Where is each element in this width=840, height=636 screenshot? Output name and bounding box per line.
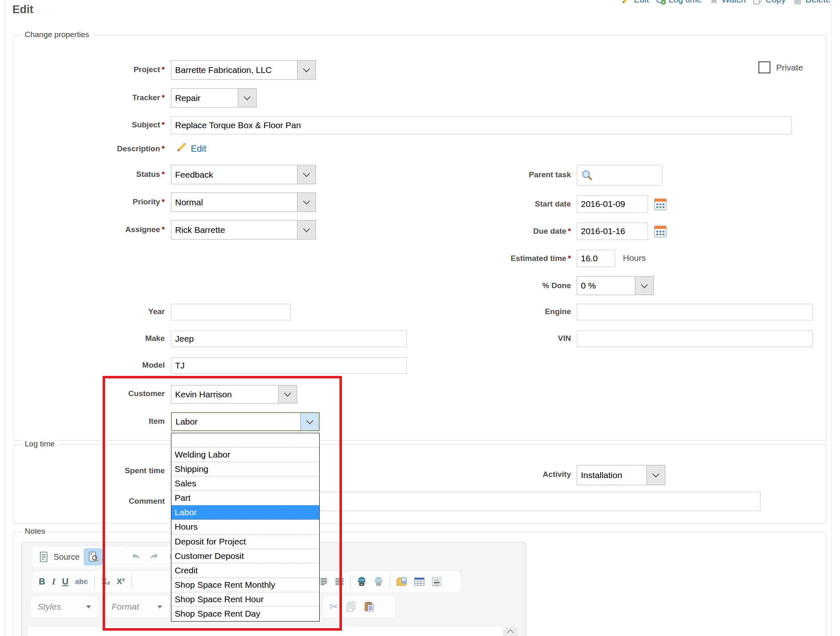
copy-action-link[interactable]: Copy [752, 0, 786, 5]
pencil-icon [175, 142, 187, 153]
caret-down-icon [86, 605, 91, 608]
subject-input[interactable]: Replace Torque Box & Floor Pan [171, 116, 792, 134]
description-edit-link[interactable]: Edit [191, 143, 206, 154]
dropdown-option[interactable]: Credit [171, 563, 319, 578]
due-date-input[interactable]: 2016-01-16 [577, 223, 648, 240]
chevron-down-icon[interactable] [297, 193, 316, 211]
chevron-down-icon[interactable] [297, 221, 316, 239]
status-label: Status* [25, 170, 165, 179]
link-icon[interactable] [356, 576, 367, 587]
notes-legend: Notes [21, 527, 49, 536]
dropdown-option[interactable]: Shop Space Rent Day [171, 607, 319, 621]
comment-label: Comment [25, 497, 165, 506]
year-label: Year [25, 307, 165, 316]
search-icon [581, 169, 593, 181]
dropdown-option[interactable]: Shop Space Rent Hour [171, 592, 319, 607]
dropdown-option[interactable]: Deposit for Project [171, 535, 319, 549]
edit-action-link[interactable]: Edit [621, 0, 649, 5]
redo-icon[interactable] [147, 551, 160, 563]
engine-label: Engine [431, 307, 571, 316]
watch-action-link[interactable]: Watch [709, 0, 746, 5]
activity-select[interactable]: Installation [577, 465, 665, 485]
unlink-icon[interactable] [373, 576, 384, 587]
horizontal-rule-icon[interactable] [431, 576, 442, 587]
start-date-input[interactable]: 2016-01-09 [577, 195, 648, 213]
project-select[interactable]: Barrette Fabrication, LLC [171, 60, 316, 80]
chevron-down-icon[interactable] [297, 61, 316, 79]
vin-input[interactable] [577, 331, 813, 347]
parent-task-input[interactable] [577, 165, 662, 185]
issue-edit-page: Edit Log time Watch Copy Delete Edit Cha… [0, 0, 840, 636]
format-dropdown[interactable]: Format [105, 596, 169, 617]
insert-table-icon[interactable] [413, 576, 426, 587]
log-time-action-link[interactable]: Log time [655, 0, 702, 5]
activity-label: Activity [431, 470, 571, 479]
content-left-border [4, 0, 5, 636]
toolbar-collapse-button[interactable] [503, 627, 518, 636]
chevron-down-icon[interactable] [646, 465, 665, 485]
engine-input[interactable] [577, 304, 813, 320]
tracker-label: Tracker* [25, 93, 165, 102]
dropdown-option[interactable]: Part [171, 491, 319, 505]
bold-button[interactable]: B [39, 576, 45, 587]
subject-label: Subject* [25, 120, 165, 129]
priority-select[interactable]: Normal [171, 192, 316, 212]
percent-done-select[interactable]: 0 % [577, 276, 654, 295]
dropdown-option-selected[interactable]: Labor [171, 505, 319, 520]
calendar-icon[interactable] [653, 224, 667, 238]
subscript-button[interactable]: X₂ [101, 577, 110, 586]
spent-time-label: Spent time [25, 466, 165, 475]
italic-button[interactable]: I [52, 576, 56, 587]
clock-plus-icon [655, 0, 666, 5]
copy-icon [752, 0, 763, 5]
trash-icon [792, 0, 803, 5]
make-input[interactable]: Jeep [171, 331, 407, 347]
dropdown-option[interactable]: Hours [171, 520, 319, 534]
chevron-down-icon[interactable] [635, 277, 653, 295]
chevron-down-icon[interactable] [297, 165, 316, 184]
delete-action-link[interactable]: Delete [792, 0, 831, 5]
private-checkbox[interactable] [758, 61, 770, 73]
description-label: Description* [25, 144, 165, 153]
dropdown-option[interactable]: Welding Labor [171, 448, 319, 462]
item-select[interactable]: Labor [171, 412, 320, 431]
editor-content-area[interactable] [28, 627, 518, 636]
dropdown-option[interactable]: Shipping [171, 462, 319, 476]
status-select[interactable]: Feedback [171, 165, 316, 184]
undo-icon[interactable] [130, 551, 143, 563]
dropdown-option[interactable]: Shop Space Rent Monthly [171, 578, 319, 592]
item-label: Item [25, 417, 165, 426]
year-input[interactable] [171, 304, 290, 320]
content-right-border [831, 0, 832, 636]
preview-icon [87, 551, 99, 563]
superscript-button[interactable]: X² [117, 577, 125, 586]
vin-label: VIN [431, 334, 571, 343]
assignee-select[interactable]: Rick Barrette [171, 220, 316, 239]
copy-documents-icon[interactable] [345, 601, 357, 613]
tracker-select[interactable]: Repair [171, 88, 257, 108]
insert-image-icon[interactable] [395, 576, 408, 587]
model-input[interactable]: TJ [171, 357, 407, 374]
customer-select[interactable]: Kevin Harrison [171, 385, 297, 404]
dropdown-option[interactable]: Sales [171, 476, 319, 491]
start-date-label: Start date [431, 199, 571, 209]
clipboard-group: ✂ [323, 596, 395, 617]
estimated-time-input[interactable]: 16.0 [577, 250, 615, 267]
cut-icon[interactable]: ✂ [329, 600, 339, 613]
div-container-icon[interactable] [334, 576, 345, 587]
chevron-down-icon[interactable] [300, 413, 319, 430]
calendar-icon[interactable] [653, 197, 667, 211]
dropdown-option[interactable]: Customer Deposit [171, 549, 319, 563]
dropdown-option-blank[interactable] [171, 433, 319, 448]
paste-clipboard-icon[interactable] [363, 601, 375, 613]
parent-task-label: Parent task [431, 170, 571, 179]
chevron-down-icon[interactable] [238, 89, 256, 107]
strikethrough-button[interactable]: abc [75, 577, 88, 586]
priority-label: Priority* [25, 197, 165, 207]
styles-dropdown[interactable]: Styles [31, 596, 98, 617]
chevron-down-icon[interactable] [278, 385, 297, 403]
preview-button[interactable] [84, 548, 103, 566]
source-button[interactable]: Source [54, 552, 80, 562]
underline-button[interactable]: U [62, 576, 68, 587]
chevron-up-icon [507, 629, 514, 636]
